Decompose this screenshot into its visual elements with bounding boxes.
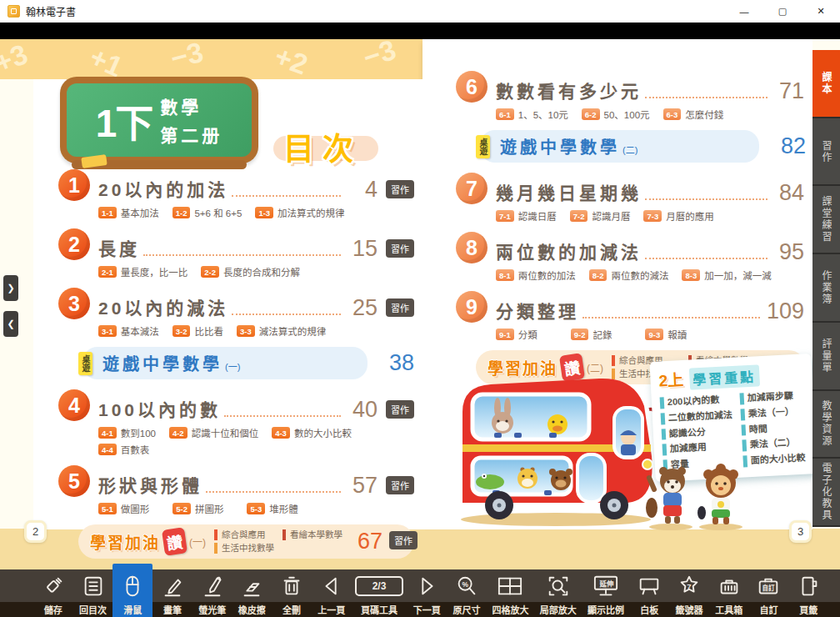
chapter-page-number[interactable]: 71 [774,80,804,103]
four-grid-zoom-button[interactable]: 四格放大 [487,569,534,617]
sub-section[interactable]: 1-3加法算式的規律 [255,206,344,219]
sub-section[interactable]: 1-25+6 和 6+5 [172,206,242,219]
sidebar-tab-homework[interactable]: 作業簿 [812,254,840,323]
chapter-title[interactable]: 分類整理 [496,298,579,323]
sub-section[interactable]: 4-2認識十位和個位 [169,426,258,439]
board-game-row[interactable]: 桌遊 遊戲中學數學 (二) 82 [476,130,806,163]
sidebar-tab-textbook[interactable]: 課本 [812,50,840,118]
save-button[interactable]: 儲存 [33,569,73,617]
workbook-badge[interactable]: 習作 [386,239,414,258]
chapter-title[interactable]: 數數看有多少元 [496,78,642,103]
page-number-tool[interactable]: 2/3 頁碼工具 [352,569,408,617]
workbook-badge[interactable]: 習作 [386,400,414,419]
sub-section[interactable]: 9-3報讀 [645,328,687,341]
delete-all-button[interactable]: 全刪 [272,569,312,617]
chapter-page-number[interactable]: 25 [348,297,378,319]
panel-close-toggle[interactable]: ❮ [3,311,18,337]
display-extend-icon: 延伸 [592,572,620,600]
board-game-row[interactable]: 桌遊 遊戲中學數學 (一) 38 [78,347,414,379]
whiteboard-button[interactable]: 白板 [630,569,670,617]
previous-page-button[interactable]: 上一頁 [312,569,352,617]
eraser-tool-button[interactable]: 橡皮擦 [232,569,272,617]
chapter-title[interactable]: 兩位數的加減法 [496,238,642,263]
toolbox-button[interactable]: 工具箱 [709,569,749,617]
number-picker-button[interactable]: 7 籤號器 [669,569,709,617]
sub-code-badge: 8-3 [682,269,700,281]
sub-section[interactable]: 1-1基本加法 [98,206,159,219]
sub-section[interactable]: 7-3月曆的應用 [643,209,713,223]
page-tab-button[interactable]: 頁籤 [788,569,828,617]
page-indicator[interactable]: 2/3 [355,576,403,596]
board-game-page-number[interactable]: 38 [378,352,414,374]
sub-section[interactable]: 8-1兩位數的加法 [496,268,576,282]
sub-section[interactable]: 9-1分類 [496,328,538,341]
right-page-number-bubble[interactable]: 3 [789,520,812,543]
custom-button[interactable]: 自訂 自訂 [749,569,789,617]
sidebar-tab-class-practice[interactable]: 課堂練習 [812,186,840,254]
chapter-page-number[interactable]: 15 [348,238,378,260]
boost-stamp: 讚 [162,527,188,555]
sub-code-badge: 5-2 [172,503,191,514]
original-size-button[interactable]: % 原尺寸 [447,569,487,617]
sub-section[interactable]: 6-3怎麼付錢 [663,108,724,121]
sub-section[interactable]: 4-4百數表 [98,443,149,456]
left-page-number-bubble[interactable]: 2 [24,520,47,543]
region-zoom-button[interactable]: 局部放大 [534,569,582,617]
sub-section[interactable]: 6-11、5、10元 [496,108,568,121]
sub-section[interactable]: 8-2兩位數的減法 [589,268,669,282]
sub-section[interactable]: 5-1做圖形 [98,502,149,515]
display-ratio-button[interactable]: 延伸 顯示比例 [582,569,629,617]
sub-section[interactable]: 8-3加一加，減一減 [682,268,771,282]
chapter-title[interactable]: 幾月幾日星期幾 [496,179,642,204]
back-to-toc-button[interactable]: 回目次 [73,569,113,617]
pen-tool-button[interactable]: 畫筆 [152,569,192,617]
maximize-button[interactable]: ▢ [763,0,802,23]
sub-section[interactable]: 7-2認識月曆 [570,209,631,223]
sidebar-tab-teaching-resources[interactable]: 教學資源 [812,391,840,459]
panel-open-toggle[interactable]: ❯ [3,275,18,301]
chapter-title[interactable]: 20以內的減法 [98,294,228,319]
sidebar-tab-assessment[interactable]: 評量單 [812,323,840,391]
chapter-number-badge: 4 [58,389,90,421]
chapter-page-number[interactable]: 4 [348,178,378,201]
chapter-title[interactable]: 100以內的數 [98,396,221,421]
next-page-button[interactable]: 下一頁 [407,569,447,617]
sub-section[interactable]: 5-2拼圖形 [172,502,223,515]
highlights-title: 學習重點 [688,364,759,389]
board-game-page-number[interactable]: 82 [769,135,806,158]
chapter-page-number[interactable]: 57 [348,474,378,497]
sub-section[interactable]: 4-3數的大小比較 [272,426,352,439]
sidebar-tab-digital-tools[interactable]: 電子化教具 [812,459,840,527]
sub-label: 百數表 [121,443,150,456]
minimize-button[interactable]: — [725,0,763,23]
workbook-badge[interactable]: 習作 [386,180,414,198]
workbook-badge[interactable]: 習作 [386,476,414,494]
chapter-page-number[interactable]: 109 [767,300,804,323]
workbook-badge[interactable]: 習作 [389,531,418,549]
sub-section[interactable]: 3-1基本減法 [98,324,159,338]
close-button[interactable]: ✕ [802,0,840,23]
sidebar-tab-workbook[interactable]: 習作 [812,118,840,187]
sub-label: 加一加，減一減 [704,268,772,282]
chapter-page-number[interactable]: 95 [774,241,804,263]
sub-section[interactable]: 2-1量長度，比一比 [98,265,188,278]
learning-boost-row[interactable]: 學習加油 讚 (一) 綜合與應用 看繪本學數學 生活中找數學 67 習作 [78,524,414,559]
sub-section[interactable]: 3-2比比看 [172,324,223,338]
sub-section[interactable]: 5-3堆形體 [247,502,298,515]
chapter-title[interactable]: 長度 [98,235,140,260]
chapter-page-number[interactable]: 84 [774,182,804,204]
chapter-title[interactable]: 形狀與形體 [98,472,202,497]
boost-page-number[interactable]: 67 [348,530,382,553]
sub-section[interactable]: 9-2記錄 [571,328,612,341]
board-game-title: 遊戲中學數學 [500,134,620,158]
sub-section[interactable]: 7-1認識日曆 [496,209,557,223]
mouse-tool-button[interactable]: 滑鼠 [112,564,152,617]
sub-section[interactable]: 4-1數到100 [98,426,156,439]
sub-section[interactable]: 3-3減法算式的規律 [237,324,326,338]
sub-section[interactable]: 2-2長度的合成和分解 [201,265,300,278]
chapter-title[interactable]: 20以內的加法 [98,176,228,201]
highlighter-tool-button[interactable]: 螢光筆 [192,569,232,617]
chapter-page-number[interactable]: 40 [348,399,378,421]
sub-section[interactable]: 6-250、100元 [582,108,650,121]
workbook-badge[interactable]: 習作 [386,298,414,317]
